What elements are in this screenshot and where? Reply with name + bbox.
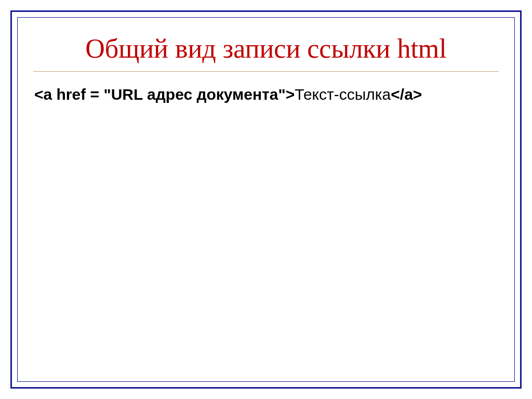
code-url-placeholder: URL адрес документа <box>111 86 278 103</box>
slide-title: Общий вид записи ссылки html <box>33 33 499 72</box>
code-close-tag: </a> <box>391 86 422 103</box>
code-link-text: Текст-ссылка <box>295 86 391 103</box>
code-open-tag-end: "> <box>278 86 295 103</box>
code-open-tag-start: <a href = " <box>34 86 111 103</box>
code-example: <a href = "URL адрес документа">Текст-сс… <box>33 84 499 104</box>
slide-inner-border: Общий вид записи ссылки html <a href = "… <box>17 17 515 382</box>
slide-outer-border: Общий вид записи ссылки html <a href = "… <box>10 10 522 389</box>
